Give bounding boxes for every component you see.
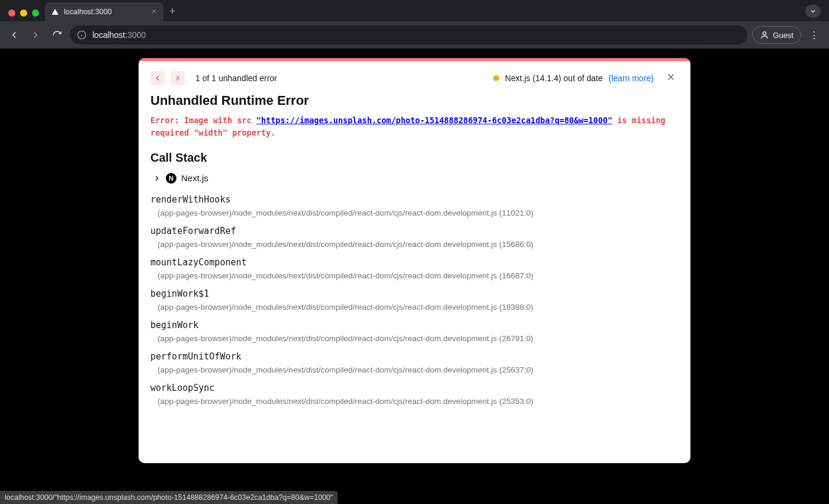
error-pagination: 1 of 1 unhandled error (195, 73, 277, 83)
frame-location: (app-pages-browser)/node_modules/next/di… (150, 240, 679, 249)
window-close-icon[interactable] (8, 9, 15, 17)
browser-chrome: localhost:3000 + localhost:3000 Gues (0, 0, 829, 49)
user-icon (760, 30, 769, 40)
stack-frame: mountLazyComponent(app-pages-browser)/no… (150, 257, 679, 280)
status-dot-icon (493, 75, 499, 81)
error-overlay: 1 of 1 unhandled error Next.js (14.1.4) … (139, 58, 690, 463)
frame-location: (app-pages-browser)/node_modules/next/di… (150, 334, 679, 343)
overlay-header: 1 of 1 unhandled error Next.js (14.1.4) … (139, 61, 690, 91)
browser-toolbar: localhost:3000 Guest ⋮ (0, 21, 829, 49)
site-info-icon[interactable] (77, 30, 86, 40)
favicon-icon (51, 8, 59, 16)
profile-button[interactable]: Guest (752, 26, 801, 44)
window-controls (5, 9, 45, 21)
framework-label: Next.js (181, 173, 208, 183)
page-viewport: 1 of 1 unhandled error Next.js (14.1.4) … (0, 49, 829, 504)
frame-location: (app-pages-browser)/node_modules/next/di… (150, 365, 679, 374)
tab-overflow-button[interactable] (805, 5, 821, 18)
frame-location: (app-pages-browser)/node_modules/next/di… (150, 303, 679, 312)
overlay-body: Unhandled Runtime Error Error: Image wit… (139, 91, 690, 463)
frame-function: beginWork (150, 320, 679, 330)
error-message: Error: Image with src "https://images.un… (150, 114, 679, 139)
browser-menu-button[interactable]: ⋮ (806, 30, 823, 41)
nextjs-logo-icon: N (166, 173, 176, 184)
stack-frame: beginWork(app-pages-browser)/node_module… (150, 320, 679, 343)
chevron-right-icon (153, 174, 161, 182)
forward-button[interactable] (27, 27, 44, 43)
prev-error-button[interactable] (150, 71, 165, 85)
stack-frames: renderWithHooks(app-pages-browser)/node_… (150, 194, 679, 406)
tab-title: localhost:3000 (64, 8, 112, 16)
close-icon (666, 72, 676, 82)
url-text: localhost:3000 (92, 30, 146, 40)
window-maximize-icon[interactable] (32, 9, 39, 17)
learn-more-link[interactable]: (learn more) (609, 73, 654, 83)
frame-function: beginWork$1 (150, 288, 679, 299)
frame-function: updateForwardRef (150, 226, 679, 236)
tab-bar: localhost:3000 + (0, 0, 829, 21)
stack-frame: workLoopSync(app-pages-browser)/node_mod… (150, 383, 679, 406)
svg-point-1 (763, 32, 766, 35)
frame-location: (app-pages-browser)/node_modules/next/di… (150, 208, 679, 217)
error-src-link[interactable]: "https://images.unsplash.com/photo-15148… (256, 115, 612, 125)
version-status: Next.js (14.1.4) out of date (505, 73, 603, 83)
profile-label: Guest (773, 31, 793, 40)
frame-function: workLoopSync (150, 383, 679, 393)
frame-function: renderWithHooks (150, 194, 679, 205)
call-stack-title: Call Stack (150, 151, 679, 165)
reload-button[interactable] (49, 27, 65, 43)
new-tab-button[interactable]: + (163, 5, 182, 21)
browser-status-bar: localhost:3000/"https://images.unsplash.… (0, 491, 338, 504)
arrow-right-icon (173, 74, 182, 82)
arrow-left-icon (153, 74, 162, 82)
frame-function: mountLazyComponent (150, 257, 679, 268)
error-title: Unhandled Runtime Error (150, 93, 679, 108)
overlay-close-button[interactable] (663, 70, 679, 86)
frame-function: performUnitOfWork (150, 351, 679, 362)
framework-toggle[interactable]: N Next.js (153, 173, 676, 184)
window-minimize-icon[interactable] (20, 9, 27, 17)
stack-frame: renderWithHooks(app-pages-browser)/node_… (150, 194, 679, 217)
next-error-button[interactable] (171, 71, 185, 85)
stack-frame: performUnitOfWork(app-pages-browser)/nod… (150, 351, 679, 374)
frame-location: (app-pages-browser)/node_modules/next/di… (150, 271, 679, 280)
tab-close-icon[interactable] (150, 8, 158, 17)
address-bar[interactable]: localhost:3000 (70, 25, 747, 44)
stack-frame: beginWork$1(app-pages-browser)/node_modu… (150, 288, 679, 312)
stack-frame: updateForwardRef(app-pages-browser)/node… (150, 226, 679, 249)
browser-tab[interactable]: localhost:3000 (45, 2, 163, 21)
frame-location: (app-pages-browser)/node_modules/next/di… (150, 397, 679, 406)
back-button[interactable] (6, 27, 23, 43)
